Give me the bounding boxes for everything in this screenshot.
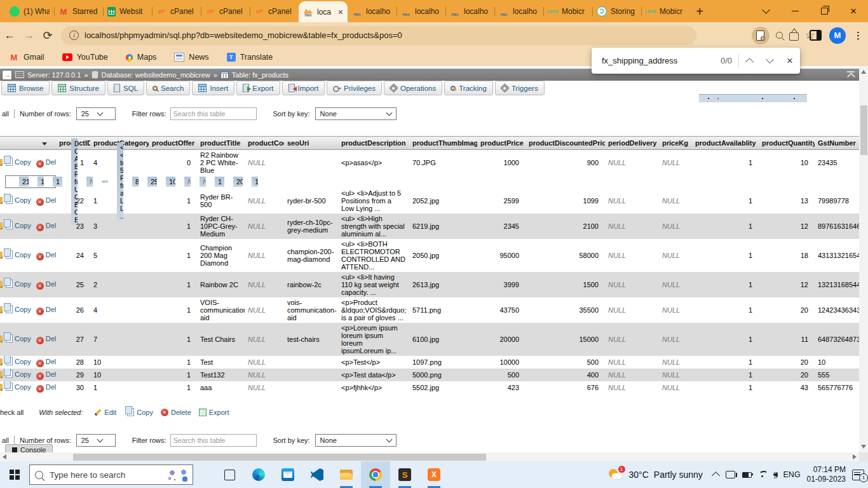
show-all-label[interactable]: all — [2, 437, 9, 444]
cell-productCategory[interactable]: 1 — [90, 381, 149, 394]
copy-icon[interactable] — [6, 305, 13, 313]
cell-productQuantity[interactable]: 20 — [759, 356, 815, 369]
cell-periodDelivery[interactable]: NULL — [605, 381, 659, 394]
delete-row-button[interactable]: Delete — [46, 370, 56, 378]
rows-select[interactable]: 25 — [76, 107, 116, 120]
cell-productOffer[interactable]: 1 — [149, 239, 197, 272]
pma-tab-search[interactable]: Search — [146, 81, 190, 95]
cell-productQuantity[interactable]: 12 — [759, 272, 815, 297]
horizontal-scroll-thumb[interactable] — [73, 454, 486, 461]
delete-row-button[interactable]: Delete — [46, 251, 56, 259]
breadcrumb-table[interactable]: Table: fx_products — [232, 71, 288, 79]
browser-tab[interactable]: PMAlocalho — [494, 1, 543, 22]
nav-panel-toggle[interactable]: → — [2, 70, 12, 80]
cell-productCategory[interactable]: 10 — [90, 369, 149, 381]
scroll-to-top-button[interactable] — [846, 71, 855, 79]
cell-seoUri[interactable]: vois-communication-aid — [284, 297, 338, 323]
site-info-icon[interactable]: i — [69, 30, 79, 40]
show-all-label[interactable]: all — [2, 110, 9, 118]
check-all-label[interactable]: heck all — [0, 409, 24, 416]
copy-row-button[interactable]: Copy — [15, 370, 31, 378]
cell-priceKg[interactable]: NULL — [659, 272, 692, 297]
cell-productPrice[interactable]: 2599 — [147, 177, 157, 187]
bookmark-gmail[interactable]: MGmail — [9, 52, 44, 62]
cell-GstNumber[interactable]: 10 — [815, 356, 859, 369]
cell-productCategory[interactable]: 4 — [90, 297, 149, 323]
cell-productDescription[interactable]: <p>Test</p> — [338, 356, 409, 369]
cell-GstNumber[interactable]: 565776776 — [815, 381, 859, 394]
cell-productCategory[interactable]: 5 — [90, 239, 149, 272]
cell-productAvailablity[interactable]: 1 — [692, 188, 759, 214]
cell-seoUri[interactable]: ryder-br-500 — [284, 188, 338, 214]
cell-productID[interactable]: 24 — [56, 239, 90, 272]
cell-productAvailablity[interactable]: 1 — [692, 381, 759, 394]
column-header-productPrice[interactable]: productPrice — [477, 137, 526, 150]
cell-productID[interactable]: 26 — [56, 297, 90, 323]
filter-rows-input[interactable] — [170, 107, 257, 120]
minimize-button[interactable] — [780, 0, 810, 22]
cell-priceKg[interactable]: NULL — [659, 369, 692, 381]
scroll-down-arrow[interactable] — [861, 445, 866, 449]
cell-productCode[interactable]: NULL — [245, 381, 284, 394]
cell-priceKg[interactable]: NULL — [200, 177, 206, 187]
mail-button[interactable] — [273, 461, 302, 488]
cell-productAvailablity[interactable]: 1 — [692, 272, 759, 297]
delete-icon[interactable]: × — [36, 160, 44, 168]
cell-seoUri[interactable] — [284, 150, 338, 176]
cell-productThumbImage[interactable]: 5000.png — [409, 369, 477, 381]
copy-row-button[interactable]: Copy — [15, 280, 31, 288]
cell-seoUri[interactable] — [284, 369, 338, 381]
column-header-productOffer[interactable]: productOffer — [149, 137, 197, 150]
cell-productDiscountedPrice[interactable]: 1099 — [526, 188, 605, 214]
cell-productQuantity[interactable]: 20 — [759, 369, 815, 381]
cell-productCode[interactable]: NULL — [245, 297, 284, 323]
cell-productID[interactable]: 21 — [19, 177, 29, 187]
pma-tab-structure[interactable]: Structure — [51, 81, 105, 95]
cell-productAvailablity[interactable]: 1 — [692, 323, 759, 356]
bookmark-maps[interactable]: Maps — [126, 53, 157, 62]
delete-row-button[interactable]: Delete — [46, 306, 56, 313]
reload-button[interactable]: ⟳ — [38, 29, 57, 43]
browser-tab[interactable]: LOGOMobicr — [641, 1, 690, 22]
cell-priceKg[interactable]: NULL — [659, 356, 692, 369]
cell-productQuantity[interactable]: 13 — [759, 188, 815, 214]
cell-productPrice[interactable]: 10000 — [477, 356, 526, 369]
column-header-GstNumber[interactable]: GstNumber — [815, 137, 859, 150]
cell-seoUri[interactable]: ryder-ch-10pc-grey-medium — [284, 214, 338, 239]
vscode-button[interactable] — [302, 461, 332, 488]
cell-productPrice[interactable]: 43750 — [477, 297, 526, 323]
delete-icon[interactable]: × — [36, 224, 44, 231]
browser-tab[interactable]: cPcPanel — [250, 1, 299, 22]
browser-tab[interactable]: cPcPanel — [201, 1, 250, 22]
cell-periodDelivery[interactable]: NULL — [605, 369, 659, 381]
cell-productPrice[interactable]: 2599 — [477, 188, 526, 214]
delete-icon[interactable]: × — [36, 385, 44, 393]
edge-button[interactable] — [244, 461, 273, 488]
copy-row-button[interactable]: Copy — [15, 383, 31, 391]
cell-productThumbImage[interactable]: 2050.jpg — [409, 239, 477, 272]
delete-row-button[interactable]: Delete — [46, 280, 56, 288]
cell-productTitle[interactable]: aaa — [197, 381, 245, 394]
pma-tab-privileges[interactable]: Privileges — [327, 81, 382, 95]
cell-productDescription[interactable]: <p>asas</p> — [338, 150, 409, 176]
cell-productAvailablity[interactable]: 1 — [692, 297, 759, 323]
browser-tab-active[interactable]: PMAloca× — [299, 1, 348, 22]
browser-tab[interactable]: LOGOMobicr — [543, 1, 592, 22]
file-explorer-button[interactable] — [332, 461, 361, 488]
cell-productOffer[interactable]: 0 — [149, 150, 197, 176]
cell-productTitle[interactable]: Rainbow 2C — [197, 272, 245, 297]
cell-productOffer[interactable]: 1 — [149, 297, 197, 323]
pma-tab-insert[interactable]: Insert — [192, 81, 234, 95]
find-previous-button[interactable] — [739, 57, 759, 65]
delete-icon[interactable]: × — [36, 308, 44, 315]
cell-productID[interactable]: 28 — [56, 356, 90, 369]
browser-tab[interactable]: cPcPanel — [152, 1, 201, 22]
tab-search-button[interactable] — [751, 0, 780, 22]
copy-icon[interactable] — [6, 383, 13, 391]
cell-productDescription[interactable]: <p>fjhhk</p> — [338, 381, 409, 394]
pma-tab-browse[interactable]: Browse — [1, 81, 50, 95]
cell-productAvailablity[interactable]: 1 — [692, 356, 759, 369]
cell-periodDelivery[interactable]: NULL — [605, 188, 659, 214]
cell-seoUri[interactable] — [102, 180, 108, 183]
cell-productCode[interactable]: NULL — [245, 239, 284, 272]
